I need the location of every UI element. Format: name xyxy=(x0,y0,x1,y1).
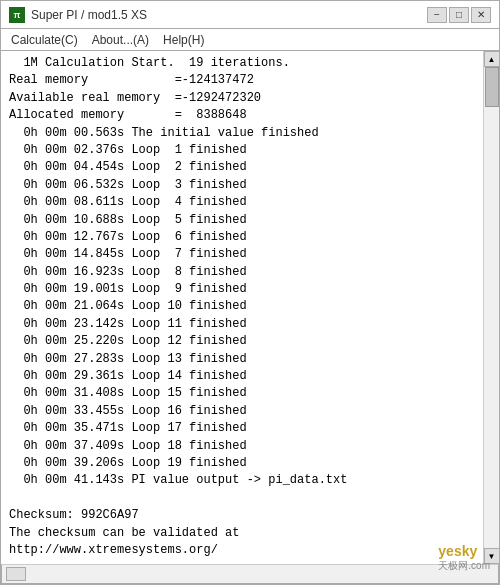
menu-calculate[interactable]: Calculate(C) xyxy=(5,32,84,48)
menu-about[interactable]: About...(A) xyxy=(86,32,155,48)
window-title: Super PI / mod1.5 XS xyxy=(31,8,147,22)
title-bar-left: π Super PI / mod1.5 XS xyxy=(9,7,147,23)
close-button[interactable]: ✕ xyxy=(471,7,491,23)
menu-help[interactable]: Help(H) xyxy=(157,32,210,48)
scroll-track[interactable] xyxy=(484,67,499,548)
scroll-down-button[interactable]: ▼ xyxy=(484,548,500,564)
scroll-thumb[interactable] xyxy=(485,67,499,107)
content-area: 1M Calculation Start. 19 iterations. Rea… xyxy=(1,51,499,564)
scrollbar[interactable]: ▲ ▼ xyxy=(483,51,499,564)
main-window: 1M Calculation Start. 19 iterations. Rea… xyxy=(0,50,500,585)
menu-bar: Calculate(C) About...(A) Help(H) xyxy=(0,28,500,50)
status-indicator xyxy=(6,567,26,581)
minimize-button[interactable]: − xyxy=(427,7,447,23)
window-controls: − □ ✕ xyxy=(427,7,491,23)
status-bar xyxy=(1,564,499,584)
scroll-up-button[interactable]: ▲ xyxy=(484,51,500,67)
output-text: 1M Calculation Start. 19 iterations. Rea… xyxy=(1,51,483,564)
maximize-button[interactable]: □ xyxy=(449,7,469,23)
app-icon: π xyxy=(9,7,25,23)
title-bar: π Super PI / mod1.5 XS − □ ✕ xyxy=(0,0,500,28)
